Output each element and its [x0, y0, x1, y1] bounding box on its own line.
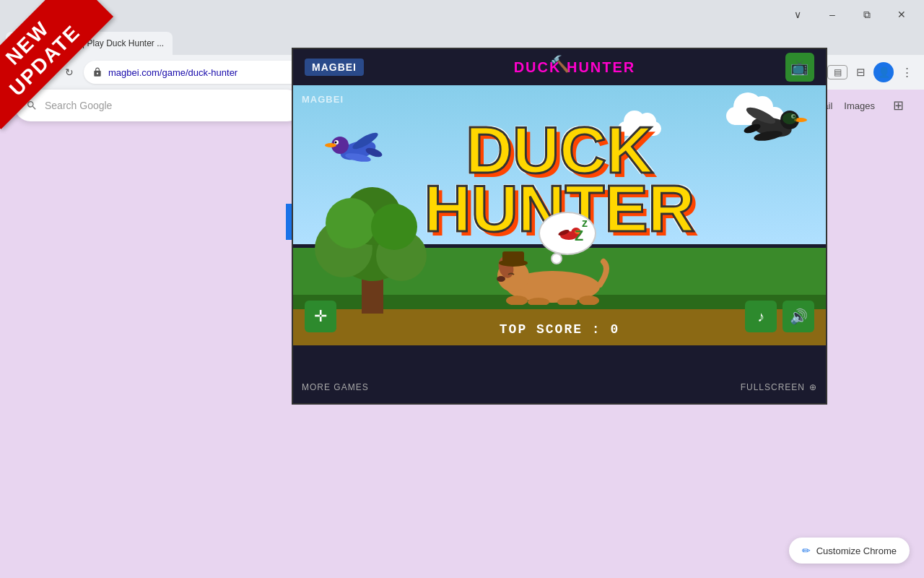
browser-tab[interactable]: 🎮 Duck Hunter | Play Duck Hunter ...: [6, 32, 173, 55]
customize-chrome-label: Customize Chrome: [816, 545, 897, 556]
music-button[interactable]: ♪: [745, 301, 777, 332]
dream-bubble: [539, 212, 596, 255]
magbei-logo[interactable]: MAGBEI: [305, 59, 364, 76]
game-bottom-bar: MORE GAMES FULLSCREEN ⊕: [293, 345, 826, 403]
duck-left: [322, 125, 387, 171]
close-button[interactable]: ✕: [885, 3, 918, 26]
title-bar-controls: ∨ – ⧉ ✕: [781, 3, 918, 26]
game-play-area[interactable]: DUCK HUNTER: [293, 85, 826, 367]
game-title-text: DUCK HUNTER: [514, 59, 636, 76]
svg-point-10: [335, 142, 337, 144]
more-games-button[interactable]: MORE GAMES: [302, 382, 369, 392]
duck-right-svg: [739, 100, 811, 150]
sidebar-button[interactable]: ⊟: [849, 61, 872, 84]
fullscreen-button[interactable]: FULLSCREEN ⊕: [741, 382, 817, 392]
z-letter-1: Z: [575, 228, 583, 244]
duck-right: [739, 100, 811, 153]
title-bar: ∨ – ⧉ ✕: [0, 0, 924, 29]
search-placeholder: Search Google: [45, 100, 112, 111]
bottom-right-controls: ♪ 🔊: [745, 301, 814, 332]
more-menu-button[interactable]: ⋮: [895, 61, 918, 84]
tab-favicon: 🎮: [14, 38, 26, 49]
duck-word: DUCK: [351, 121, 768, 180]
pencil-icon: ✏: [802, 545, 811, 556]
svg-point-22: [783, 113, 797, 124]
svg-rect-33: [502, 251, 524, 264]
minimize-button2[interactable]: –: [816, 3, 849, 26]
hammer-icon: 🔨: [550, 55, 570, 74]
maximize-button[interactable]: ⧉: [850, 3, 884, 26]
forward-button[interactable]: →: [32, 61, 55, 84]
magbei-watermark: MAGBEI: [302, 94, 344, 105]
tab-title: Duck Hunter | Play Duck Hunter ...: [32, 38, 164, 48]
game-header: MAGBEI 🔨 DUCK HUNTER 📺: [293, 49, 826, 85]
profile-button[interactable]: 👤: [873, 62, 894, 82]
search-box[interactable]: Search Google: [14, 90, 303, 121]
customize-chrome-button[interactable]: ✏ Customize Chrome: [789, 538, 910, 564]
tab-search-button[interactable]: ▤: [827, 65, 847, 79]
z-letter-2: z: [582, 217, 588, 230]
sound-button[interactable]: 🔊: [783, 301, 814, 332]
images-link[interactable]: Images: [844, 100, 875, 111]
game-container: MAGBEI 🔨 DUCK HUNTER 📺: [292, 48, 827, 405]
svg-point-27: [497, 276, 505, 282]
reload-button[interactable]: ↻: [58, 61, 81, 84]
bottom-controls: MORE GAMES FULLSCREEN ⊕: [293, 374, 826, 400]
back-button[interactable]: ←: [6, 61, 29, 84]
move-button[interactable]: ✛: [305, 301, 336, 332]
duck-left-svg: [322, 125, 387, 168]
game-screenshot-button[interactable]: 📺: [785, 53, 814, 82]
google-apps-button[interactable]: ⊞: [886, 94, 910, 117]
lock-icon: [92, 67, 103, 77]
search-icon: [26, 100, 38, 111]
minimize-button[interactable]: ∨: [781, 3, 814, 26]
svg-point-11: [325, 143, 336, 147]
score-display: TOP SCORE : 0: [500, 322, 619, 337]
fullscreen-icon: ⊕: [809, 382, 817, 392]
